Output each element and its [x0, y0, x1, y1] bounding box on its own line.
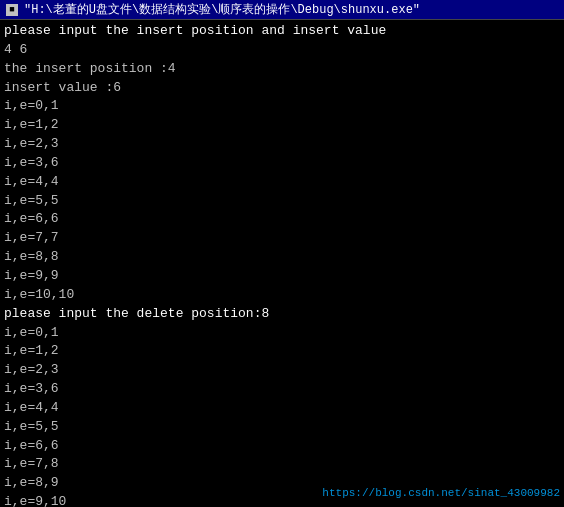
console-line: i,e=1,2 — [4, 116, 560, 135]
console-line: i,e=0,1 — [4, 324, 560, 343]
console-line: i,e=9,9 — [4, 267, 560, 286]
console-line: please input the delete position:8 — [4, 305, 560, 324]
console-line: i,e=5,5 — [4, 192, 560, 211]
console-area: please input the insert position and ins… — [0, 20, 564, 507]
console-line: 4 6 — [4, 41, 560, 60]
console-line: i,e=7,7 — [4, 229, 560, 248]
console-line: the insert position :4 — [4, 60, 560, 79]
title-bar: ■ "H:\老董的U盘文件\数据结构实验\顺序表的操作\Debug\shunxu… — [0, 0, 564, 20]
console-line: i,e=10,10 — [4, 286, 560, 305]
title-text: "H:\老董的U盘文件\数据结构实验\顺序表的操作\Debug\shunxu.e… — [24, 1, 420, 18]
console-line: i,e=6,6 — [4, 437, 560, 456]
console-line: i,e=7,8 — [4, 455, 560, 474]
console-line: i,e=1,2 — [4, 342, 560, 361]
watermark: https://blog.csdn.net/sinat_43009982 — [322, 487, 560, 499]
console-line: i,e=2,3 — [4, 361, 560, 380]
console-line: i,e=8,8 — [4, 248, 560, 267]
console-line: i,e=2,3 — [4, 135, 560, 154]
app-icon: ■ — [6, 4, 18, 16]
console-line: please input the insert position and ins… — [4, 22, 560, 41]
console-line: i,e=4,4 — [4, 173, 560, 192]
console-line: insert value :6 — [4, 79, 560, 98]
console-output: please input the insert position and ins… — [4, 22, 560, 507]
console-line: i,e=0,1 — [4, 97, 560, 116]
console-line: i,e=3,6 — [4, 154, 560, 173]
console-line: i,e=3,6 — [4, 380, 560, 399]
console-line: i,e=5,5 — [4, 418, 560, 437]
console-line: i,e=4,4 — [4, 399, 560, 418]
console-line: i,e=6,6 — [4, 210, 560, 229]
